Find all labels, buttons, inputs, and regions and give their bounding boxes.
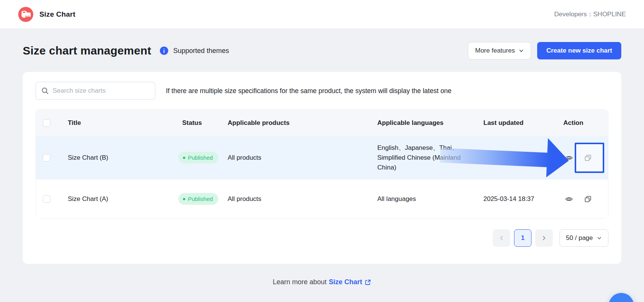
more-features-label: More features [475, 47, 515, 54]
row-checkbox[interactable] [43, 195, 50, 203]
col-header-products: Applicable products [222, 119, 371, 127]
col-header-title: Title [62, 119, 176, 127]
developers-label: Developers：SHOPLINE [554, 10, 626, 19]
info-icon[interactable] [160, 47, 168, 55]
search-input[interactable] [53, 87, 150, 95]
row-products: All products [222, 154, 371, 162]
chevron-down-icon [519, 48, 524, 53]
search-box[interactable] [36, 82, 155, 100]
app-logo-tape-measure-icon [18, 7, 33, 22]
col-header-updated: Last updated [477, 119, 557, 127]
row-products: All products [222, 195, 371, 203]
toolbar-note: If there are multiple size specification… [166, 87, 452, 95]
table-header-row: Title Status Applicable products Applica… [36, 110, 608, 136]
supported-themes-link[interactable]: Supported themes [173, 47, 229, 55]
col-header-action: Action [557, 119, 610, 127]
page-size-label: 50 / page [566, 234, 593, 242]
footer-text: Learn more about [273, 278, 327, 286]
copy-icon[interactable] [584, 195, 592, 203]
more-features-button[interactable]: More features [468, 42, 531, 59]
size-chart-card: If there are multiple size specification… [23, 72, 621, 264]
create-new-size-chart-button[interactable]: Create new size chart [537, 42, 621, 59]
row-title: Size Chart (A) [62, 195, 176, 203]
prev-page-button[interactable] [493, 229, 510, 247]
table-row: Size Chart (A) Published All products Al… [36, 179, 608, 218]
page-size-select[interactable]: 50 / page [560, 229, 608, 247]
status-badge: Published [178, 152, 218, 163]
external-link-icon[interactable] [364, 279, 371, 286]
view-eye-icon[interactable] [565, 195, 573, 203]
search-icon [41, 87, 49, 95]
page-title: Size chart management [23, 44, 151, 57]
row-languages: All languages [371, 194, 477, 204]
page-number-button[interactable]: 1 [514, 229, 531, 247]
col-header-status: Status [176, 119, 222, 127]
select-all-checkbox[interactable] [43, 119, 50, 127]
table-row: Size Chart (B) Published All products En… [36, 136, 608, 179]
footer-size-chart-link[interactable]: Size Chart [329, 278, 362, 286]
app-title: Size Chart [39, 10, 75, 19]
view-eye-icon[interactable] [565, 154, 573, 162]
toolbar: If there are multiple size specification… [36, 82, 608, 100]
row-languages: English、Japanese、Thai、Simplified Chinese… [371, 143, 477, 173]
topbar: Size Chart Developers：SHOPLINE [0, 0, 644, 29]
size-chart-table: Title Status Applicable products Applica… [36, 109, 608, 219]
footer: Learn more about Size Chart [23, 278, 621, 286]
row-checkbox[interactable] [43, 154, 50, 162]
chevron-left-icon [499, 235, 504, 241]
chevron-down-icon [597, 235, 602, 241]
help-floating-button[interactable] [609, 293, 634, 302]
pagination: 1 50 / page [36, 229, 608, 247]
col-header-languages: Applicable languages [371, 119, 477, 127]
row-title: Size Chart (B) [62, 154, 176, 162]
chevron-right-icon [541, 235, 547, 241]
status-badge: Published [178, 193, 218, 205]
copy-icon[interactable] [584, 154, 592, 162]
next-page-button[interactable] [535, 229, 553, 247]
page-header: Size chart management Supported themes M… [23, 40, 621, 61]
row-last-updated: 2025-03-14 18:37 [477, 195, 557, 203]
